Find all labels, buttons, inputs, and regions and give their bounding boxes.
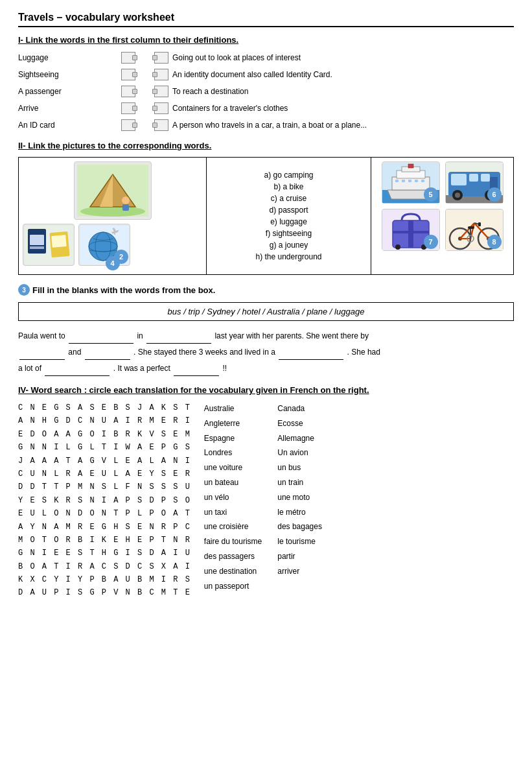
svg-rect-25	[415, 180, 418, 182]
fill-in-text: Paula went to in last year with her pare…	[18, 327, 514, 376]
svg-rect-9	[30, 246, 44, 249]
word-item-a: a) go camping	[213, 171, 364, 180]
number-3-inline: 3	[18, 284, 30, 296]
blank-4	[85, 344, 130, 360]
passport-image	[23, 224, 75, 266]
svg-point-1	[80, 206, 145, 217]
camping-image	[74, 161, 152, 220]
plane-globe-image: 2	[78, 224, 130, 266]
vocab-list: AustralieAngleterreEspagneLondresune voi…	[204, 401, 322, 600]
word-2: Sightseeing	[18, 68, 102, 81]
vocab-word: un vélo	[204, 490, 262, 505]
col-icons-left	[109, 51, 148, 132]
vocab-word: le métro	[277, 505, 322, 520]
pic-right: 5	[371, 158, 513, 274]
section-3-heading: 3 Fill in the blanks with the words from…	[18, 284, 514, 296]
vocab-word: faire du tourisme	[204, 534, 262, 549]
bike-image: 8	[445, 209, 503, 251]
bus-image: 6	[445, 161, 503, 204]
vocab-word: des passagers	[204, 549, 262, 564]
pic-top-row	[23, 161, 202, 220]
svg-rect-5	[122, 204, 129, 211]
vocab-word: arriver	[277, 564, 322, 579]
blank-7	[174, 360, 219, 376]
def-icon-1	[154, 52, 168, 64]
text-part-4: and	[68, 348, 81, 357]
svg-rect-11	[51, 235, 66, 248]
vocab-word: Angleterre	[204, 416, 262, 431]
svg-rect-8	[30, 235, 44, 245]
blank-6	[45, 360, 110, 376]
def-3: To reach a destination	[154, 85, 514, 98]
word-item-h: h) the underground	[213, 252, 364, 261]
puzzle-icon-2	[121, 69, 135, 80]
vocab-word: des bagages	[277, 519, 322, 534]
grid-row: G N I E E S T H G I S D A I U	[18, 547, 191, 560]
section-4-heading: IV- Word search : circle each translatio…	[18, 385, 514, 395]
match-table: Luggage Sightseeing A passenger Arrive A…	[18, 51, 514, 132]
grid-row: Y E S K R S N I A P S D P S O	[18, 494, 191, 507]
vocab-word: Allemagne	[277, 431, 322, 446]
wordsearch-grid: C N E G S A S E B S J A K S TA N H G D C…	[18, 401, 191, 600]
section-3: 3 Fill in the blanks with the words from…	[18, 284, 514, 376]
number-7: 7	[424, 235, 438, 249]
vocab-word: Australie	[204, 401, 262, 416]
col-words: Luggage Sightseeing A passenger Arrive A…	[18, 51, 102, 132]
svg-rect-22	[395, 180, 399, 182]
word-item-b: b) a bike	[213, 182, 364, 191]
svg-rect-21	[408, 164, 413, 168]
def-icon-4	[154, 102, 168, 114]
page-title: Travels – vocabulary worksheet	[18, 12, 514, 27]
word-1: Luggage	[18, 51, 102, 64]
puzzle-icon-1	[121, 52, 135, 64]
icon-row-3	[121, 85, 135, 98]
grid-row: C U N L R A E U L A E Y S E R	[18, 468, 191, 480]
svg-rect-31	[469, 174, 478, 182]
grid-row: D D T T P M N S L F N S S S U	[18, 480, 191, 493]
def-icon-5	[154, 119, 168, 131]
svg-rect-32	[481, 174, 490, 182]
icon-row-5	[121, 119, 135, 132]
word-item-f: f) sightseeing	[213, 229, 364, 238]
cruise-image: 5	[382, 161, 440, 204]
section-1: I- Link the words in the first column to…	[18, 35, 514, 132]
grid-row: G N N I L G L T I W A E P G S	[18, 441, 191, 454]
puzzle-icon-3	[121, 86, 135, 97]
blank-3	[19, 344, 65, 360]
vocab-word: une destination	[204, 564, 262, 579]
vocab-word: partir	[277, 549, 322, 564]
grid-row: C N E G S A S E B S J A K S T	[18, 401, 191, 414]
icon-row-4	[121, 102, 135, 115]
vocab-word: Un avion	[277, 445, 322, 460]
pictures-box: 2 4 a) go camping b) a bike c) a cruise …	[18, 157, 514, 275]
section-2: II- Link the pictures to the correspondi…	[18, 141, 514, 275]
vocab-word: Espagne	[204, 431, 262, 446]
vocab-word: un train	[277, 475, 322, 490]
number-4: 4	[106, 256, 120, 270]
section-1-heading: I- Link the words in the first column to…	[18, 35, 514, 45]
number-5: 5	[424, 187, 438, 202]
text-part-1: Paula went to	[18, 331, 65, 340]
number-6: 6	[487, 187, 502, 202]
svg-point-42	[395, 244, 400, 250]
svg-rect-26	[421, 180, 424, 182]
vocab-word: Canada	[277, 401, 322, 416]
vocab-word: une voiture	[204, 460, 262, 475]
word-item-d: d) passport	[213, 206, 364, 215]
wordsearch-container: C N E G S A S E B S J A K S TA N H G D C…	[18, 401, 514, 600]
icon-row-1	[121, 51, 135, 64]
vocab-word: un bus	[277, 460, 322, 475]
vocab-word: une moto	[277, 490, 322, 505]
word-item-e: e) luggage	[213, 217, 364, 226]
luggage-image: 7	[382, 209, 440, 251]
text-part-3: last year with her parents. She went the…	[214, 331, 368, 340]
vocab-col-1: AustralieAngleterreEspagneLondresune voi…	[204, 401, 262, 600]
svg-rect-30	[451, 174, 467, 185]
number-8: 8	[487, 235, 502, 249]
blank-5	[279, 344, 343, 360]
pic-right-top: 5	[375, 161, 509, 204]
vocab-word: un taxi	[204, 505, 262, 520]
icon-row-2	[121, 68, 135, 81]
blank-2	[146, 327, 211, 344]
svg-rect-54	[468, 226, 474, 229]
